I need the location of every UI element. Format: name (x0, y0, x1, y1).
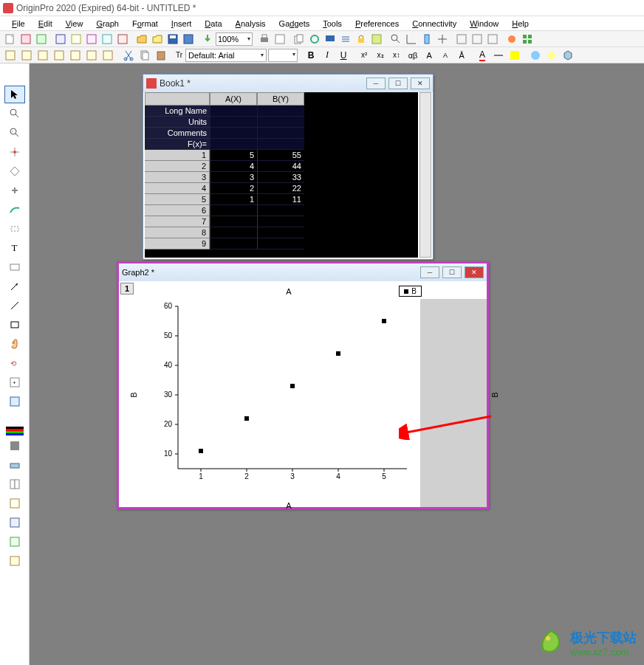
cell-comments-a[interactable] (210, 128, 257, 139)
cell[interactable]: 33 (257, 172, 304, 183)
cell[interactable] (210, 238, 257, 249)
save-template-icon[interactable] (181, 32, 196, 46)
x-axis-label[interactable]: A (286, 501, 291, 510)
bold-icon[interactable]: B (304, 49, 318, 62)
zoom-in-icon[interactable] (388, 32, 403, 46)
menu-gadgets[interactable]: Gadgets (273, 18, 316, 30)
cell[interactable]: 11 (257, 194, 304, 205)
toolbar-btn-a[interactable] (454, 32, 469, 46)
graph-window[interactable]: Graph2 * ─ ☐ ✕ 1 A B B B A 10 20 30 (117, 261, 489, 509)
row-longname[interactable]: Long Name (145, 106, 210, 117)
cell[interactable]: 3 (210, 172, 257, 183)
cell[interactable] (257, 205, 304, 216)
mask-tool-icon[interactable] (4, 182, 25, 199)
palette-icon[interactable] (528, 49, 543, 62)
annotation-tool-icon[interactable] (4, 258, 25, 276)
graph-maximize-button[interactable]: ☐ (442, 266, 462, 278)
cell[interactable] (210, 205, 257, 216)
menu-analysis[interactable]: Analysis (230, 18, 272, 30)
cell[interactable]: 5 (210, 150, 257, 161)
line-tool-icon[interactable] (4, 297, 25, 314)
arrow-tool-icon[interactable] (4, 278, 25, 295)
copy-icon[interactable] (137, 49, 152, 62)
row-num[interactable]: 5 (145, 194, 210, 205)
book-minimize-button[interactable]: ─ (366, 77, 386, 89)
extract-tool-icon[interactable] (4, 495, 25, 512)
row-num[interactable]: 9 (145, 238, 210, 249)
worksheet-icon6[interactable] (84, 49, 99, 62)
layer-tool-icon[interactable] (4, 456, 25, 474)
graph-minimize-button[interactable]: ─ (420, 266, 439, 278)
new-book-icon[interactable] (4, 552, 25, 570)
row-num[interactable]: 3 (145, 172, 210, 183)
reader-tool-icon[interactable] (4, 143, 25, 161)
text-tool-icon[interactable]: T (4, 239, 25, 257)
cut-icon[interactable] (121, 49, 136, 62)
menu-graph[interactable]: Graph (90, 18, 125, 30)
3d-icon[interactable] (561, 49, 575, 62)
cell[interactable]: 1 (210, 194, 257, 205)
row-num[interactable]: 2 (145, 161, 210, 172)
row-num[interactable]: 4 (145, 183, 210, 194)
menu-insert[interactable]: Insert (165, 18, 198, 30)
paste-icon[interactable] (154, 49, 168, 62)
menu-format[interactable]: Format (126, 18, 164, 30)
draw-data-icon[interactable] (4, 201, 25, 218)
row-num[interactable]: 7 (145, 216, 210, 227)
line-style-icon[interactable] (491, 49, 506, 62)
cell[interactable]: 22 (257, 183, 304, 194)
worksheet-icon4[interactable] (52, 49, 66, 62)
col-header-b[interactable]: B(Y) (257, 92, 304, 106)
add-layer-icon[interactable] (4, 533, 25, 551)
open-icon[interactable] (134, 32, 149, 46)
new-function-icon[interactable] (115, 32, 130, 46)
cell-fx-b[interactable] (257, 139, 304, 150)
color-stack[interactable] (6, 427, 24, 435)
recalc-icon[interactable] (338, 32, 353, 46)
save-icon[interactable] (165, 32, 180, 46)
palette-tool-icon[interactable] (4, 437, 25, 455)
data-point[interactable] (199, 449, 203, 453)
menu-edit[interactable]: Edit (32, 18, 58, 30)
menu-preferences[interactable]: Preferences (349, 18, 405, 30)
book-window[interactable]: Book1 * ─ ☐ ✕ A(X) B(Y) Long Name Units … (143, 74, 434, 260)
y2-axis-label[interactable]: B (490, 392, 499, 397)
new-layout-icon[interactable] (100, 32, 114, 46)
menu-tools[interactable]: Tools (317, 18, 348, 30)
font-select[interactable]: Default: Arial▾ (185, 49, 267, 62)
cell-fx-a[interactable] (210, 139, 257, 150)
data-point[interactable] (336, 351, 340, 356)
sheet-corner[interactable] (145, 92, 210, 106)
row-num[interactable]: 1 (145, 150, 210, 161)
y-axis-label[interactable]: B (129, 392, 138, 397)
cell[interactable]: 2 (210, 183, 257, 194)
menu-file[interactable]: File (6, 18, 31, 30)
cell-units-b[interactable] (257, 117, 304, 128)
col-header-a[interactable]: A(X) (210, 92, 257, 106)
new-matrix-icon[interactable] (69, 32, 83, 46)
fill-color-icon[interactable] (507, 49, 522, 62)
cell[interactable] (257, 227, 304, 238)
pan-tool-icon[interactable] (4, 335, 25, 353)
plot-title[interactable]: A (286, 287, 291, 296)
lighting-icon[interactable] (544, 49, 559, 62)
menu-connectivity[interactable]: Connectivity (406, 18, 462, 30)
font-color-icon[interactable]: A (475, 49, 490, 62)
legend[interactable]: B (399, 286, 422, 297)
subscript-icon[interactable]: x₂ (373, 49, 388, 62)
print-preview-icon[interactable] (273, 32, 287, 46)
region-tool-icon[interactable] (4, 220, 25, 238)
supersubscript-icon[interactable]: x↕ (389, 49, 404, 62)
row-units[interactable]: Units (145, 117, 210, 128)
rectangle-tool-icon[interactable] (4, 316, 25, 334)
book-title-bar[interactable]: Book1 * ─ ☐ ✕ (143, 75, 433, 92)
lock-icon[interactable] (354, 32, 369, 46)
menu-data[interactable]: Data (199, 18, 227, 30)
data-reader-icon[interactable] (435, 32, 450, 46)
cell[interactable] (210, 227, 257, 238)
underline-icon[interactable]: U (336, 49, 351, 62)
menu-help[interactable]: Help (506, 18, 535, 30)
font-inc-icon[interactable]: A (422, 49, 436, 62)
cell[interactable] (210, 216, 257, 227)
italic-icon[interactable]: I (320, 49, 335, 62)
